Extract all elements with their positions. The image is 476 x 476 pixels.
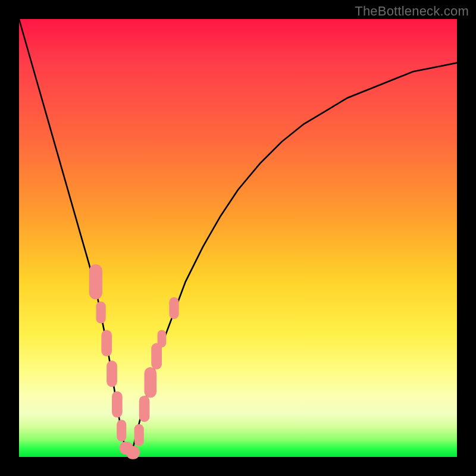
chart-frame: TheBottleneck.com — [0, 0, 476, 476]
curve-marker — [126, 446, 140, 459]
curve-marker — [112, 392, 123, 418]
curve-marker — [134, 424, 144, 446]
curve-marker — [89, 264, 102, 299]
curve-layer — [19, 19, 457, 457]
curve-marker — [139, 396, 150, 422]
curve-marker — [169, 297, 178, 319]
watermark-text: TheBottleneck.com — [355, 4, 469, 19]
marker-group — [89, 264, 179, 459]
curve-marker — [96, 302, 106, 324]
curve-marker — [101, 330, 112, 356]
bottleneck-curve — [19, 19, 457, 457]
curve-marker — [107, 361, 117, 387]
curve-marker — [145, 367, 157, 398]
curve-marker — [158, 330, 167, 347]
curve-marker — [117, 419, 126, 441]
plot-area — [19, 19, 457, 457]
